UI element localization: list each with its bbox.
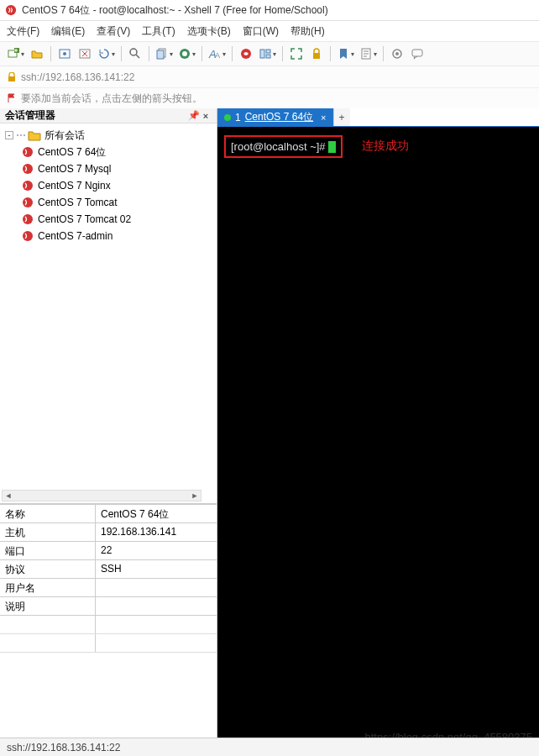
horizontal-scrollbar[interactable]: ◄ ► (2, 490, 201, 501)
status-text: ssh://192.168.136.141:22 (7, 742, 120, 753)
svg-point-23 (23, 147, 33, 157)
session-icon (22, 146, 34, 158)
svg-rect-8 (157, 50, 164, 59)
reconnect-button[interactable]: ▾ (96, 45, 117, 63)
layout-button[interactable]: ▾ (257, 45, 278, 63)
session-item[interactable]: CentOS 7 Tomcat (2, 194, 215, 211)
prop-value: 192.168.136.141 (96, 523, 217, 541)
tab-label: CentOS 7 64位 (245, 110, 313, 124)
bookmark-button[interactable]: ▾ (335, 45, 356, 63)
terminal-prompt: [root@localhost ~]# (231, 140, 326, 153)
svg-rect-22 (8, 76, 15, 81)
settings-button[interactable] (388, 45, 406, 63)
svg-point-27 (23, 214, 33, 224)
session-icon (22, 197, 34, 208)
prop-key-empty (0, 634, 96, 652)
svg-point-25 (23, 181, 33, 191)
scroll-right-icon[interactable]: ► (189, 491, 201, 501)
menu-window[interactable]: 窗口(W) (243, 24, 279, 39)
tab-add-button[interactable]: + (333, 108, 350, 126)
tree-root-row[interactable]: - ⋯ 所有会话 (2, 127, 215, 144)
window-title: CentOS 7 64位 - root@localhost:~ - Xshell… (22, 3, 328, 18)
folder-icon (28, 129, 41, 141)
copy-button[interactable]: ▾ (154, 45, 175, 63)
main-area: 会话管理器 📌 × - ⋯ 所有会话 CentOS 7 64位 CentOS 7… (0, 108, 539, 747)
search-button[interactable] (126, 45, 144, 63)
session-icon (22, 180, 34, 192)
menu-tools[interactable]: 工具(T) (142, 24, 175, 39)
svg-rect-16 (266, 55, 270, 58)
terminal-pane: 1 CentOS 7 64位 × + [root@localhost ~]# 连… (217, 108, 539, 747)
status-dot-icon (224, 114, 231, 121)
connect-button[interactable] (55, 45, 74, 63)
session-icon (22, 213, 34, 225)
session-item[interactable]: CentOS 7 Mysql (2, 160, 215, 177)
prop-value (96, 597, 217, 615)
close-icon[interactable]: × (200, 111, 212, 121)
lock-icon (7, 72, 17, 82)
menu-help[interactable]: 帮助(H) (290, 24, 325, 39)
open-button[interactable] (28, 45, 46, 63)
disconnect-button[interactable] (76, 45, 94, 63)
session-icon (22, 230, 34, 242)
session-label: CentOS 7 64位 (38, 145, 106, 160)
tab-close-icon[interactable]: × (321, 113, 326, 123)
svg-point-4 (63, 52, 66, 55)
tab-active[interactable]: 1 CentOS 7 64位 × (217, 108, 333, 126)
prop-key: 说明 (0, 597, 96, 615)
session-item[interactable]: CentOS 7 64位 (2, 144, 215, 160)
address-bar[interactable]: ssh://192.168.136.141:22 (0, 66, 539, 88)
pin-icon[interactable]: 📌 (188, 110, 200, 121)
script-button[interactable]: ▾ (358, 45, 379, 63)
collapse-icon[interactable]: - (5, 131, 13, 139)
new-session-button[interactable]: ▾ (5, 45, 26, 63)
session-tree: - ⋯ 所有会话 CentOS 7 64位 CentOS 7 Mysql Cen… (0, 123, 217, 504)
session-manager-sidebar: 会话管理器 📌 × - ⋯ 所有会话 CentOS 7 64位 CentOS 7… (0, 108, 217, 747)
font-button[interactable]: AA▾ (207, 45, 228, 63)
paste-button[interactable]: ▾ (176, 45, 197, 63)
terminal-content[interactable]: [root@localhost ~]# 连接成功 https://blog.cs… (217, 127, 539, 747)
annotation-text: 连接成功 (362, 139, 409, 154)
prompt-highlight-box: [root@localhost ~]# (224, 135, 343, 158)
prop-value (96, 579, 217, 596)
session-label: CentOS 7-admin (38, 230, 113, 242)
prop-key: 端口 (0, 542, 96, 559)
svg-point-28 (23, 231, 33, 241)
session-item[interactable]: CentOS 7-admin (2, 228, 215, 244)
svg-point-10 (182, 51, 187, 56)
prop-key: 协议 (0, 560, 96, 578)
dots-icon: ⋯ (16, 129, 26, 141)
scroll-left-icon[interactable]: ◄ (3, 491, 14, 501)
session-label: CentOS 7 Tomcat 02 (38, 213, 131, 225)
info-bar: 要添加当前会话，点击左侧的箭头按钮。 (0, 88, 539, 108)
session-label: CentOS 7 Mysql (38, 163, 111, 175)
tree-root-label: 所有会话 (44, 129, 85, 143)
menu-tabs[interactable]: 选项卡(B) (187, 24, 231, 39)
svg-point-0 (6, 5, 16, 15)
svg-rect-21 (412, 50, 422, 56)
session-icon (22, 163, 34, 175)
session-label: CentOS 7 Tomcat (38, 197, 118, 208)
svg-point-6 (130, 49, 137, 55)
session-item[interactable]: CentOS 7 Nginx (2, 177, 215, 194)
menu-view[interactable]: 查看(V) (97, 24, 130, 39)
sidebar-title: 会话管理器 (5, 108, 55, 123)
help-button[interactable] (408, 45, 426, 63)
fullscreen-button[interactable] (287, 45, 306, 63)
prop-key: 主机 (0, 523, 96, 541)
menu-edit[interactable]: 编辑(E) (51, 24, 85, 39)
session-properties: 名称CentOS 7 64位 主机192.168.136.141 端口22 协议… (0, 504, 217, 753)
xshell-app-icon (5, 4, 17, 16)
session-item[interactable]: CentOS 7 Tomcat 02 (2, 211, 215, 228)
toolbar: ▾ ▾ ▾ ▾ AA▾ ▾ ▾ ▾ (0, 41, 539, 66)
prop-value: SSH (96, 560, 217, 578)
sidebar-header: 会话管理器 📌 × (0, 108, 217, 123)
menu-file[interactable]: 文件(F) (7, 24, 39, 39)
cursor-icon (328, 141, 336, 153)
svg-rect-17 (313, 53, 320, 59)
svg-text:A: A (215, 51, 220, 60)
swirl-button[interactable] (237, 45, 255, 63)
prop-value-empty (96, 616, 217, 633)
prop-value: CentOS 7 64位 (96, 505, 217, 522)
lock-button[interactable] (307, 45, 326, 63)
